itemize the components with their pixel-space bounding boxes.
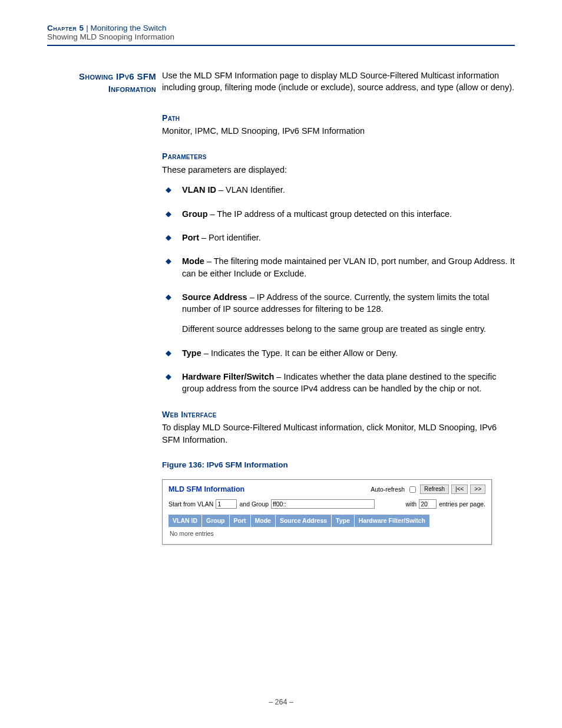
- side-heading-line2: Information: [108, 84, 156, 94]
- col-type: Type: [332, 515, 355, 527]
- param-term: Hardware Filter/Switch: [182, 372, 274, 381]
- parameters-intro: These parameters are displayed:: [162, 164, 515, 176]
- col-port: Port: [229, 515, 250, 527]
- web-interface-heading: Web Interface: [162, 409, 515, 421]
- param-term: VLAN ID: [182, 185, 216, 195]
- param-item: VLAN ID – VLAN Identifier.: [162, 184, 515, 196]
- entries-label: entries per page.: [439, 500, 485, 509]
- chapter-label: Chapter 5: [47, 24, 84, 32]
- parameters-heading: Parameters: [162, 151, 515, 163]
- entries-input[interactable]: [419, 499, 437, 509]
- param-desc: – Port identifier.: [199, 233, 261, 242]
- auto-refresh-checkbox[interactable]: [409, 486, 416, 493]
- start-vlan-input[interactable]: [216, 499, 237, 509]
- sfm-table: VLAN ID Group Port Mode Source Address T…: [168, 515, 429, 527]
- param-term: Type: [182, 348, 201, 358]
- group-label: and Group: [239, 500, 269, 509]
- param-desc: – VLAN Identifier.: [216, 185, 285, 195]
- param-desc: – The filtering mode maintained per VLAN…: [182, 256, 515, 278]
- group-input[interactable]: [271, 499, 375, 509]
- col-source-address: Source Address: [275, 515, 331, 527]
- parameters-list: VLAN ID – VLAN Identifier. Group – The I…: [162, 184, 515, 394]
- param-desc: – The IP address of a multicast group de…: [208, 209, 452, 219]
- param-item: Mode – The filtering mode maintained per…: [162, 255, 515, 279]
- param-item: Port – Port identifier.: [162, 232, 515, 243]
- param-term: Port: [182, 233, 199, 242]
- refresh-button[interactable]: Refresh: [420, 485, 449, 494]
- page-first-button[interactable]: |<<: [451, 485, 468, 494]
- side-heading-line1: Showing IPv6 SFM: [79, 71, 156, 81]
- param-desc: – Indicates the Type. It can be either A…: [201, 348, 398, 358]
- param-item: Type – Indicates the Type. It can be eit…: [162, 347, 515, 359]
- param-item: Hardware Filter/Switch – Indicates wheth…: [162, 371, 515, 395]
- web-interface-text: To display MLD Source-Filtered Multicast…: [162, 421, 515, 446]
- header-subtitle: Showing MLD Snooping Information: [47, 32, 515, 41]
- with-label: with: [406, 500, 417, 509]
- col-vlan-id: VLAN ID: [168, 515, 202, 527]
- param-item: Group – The IP address of a multicast gr…: [162, 208, 515, 220]
- header-rule: [47, 45, 515, 46]
- page-next-button[interactable]: >>: [470, 485, 485, 494]
- no-more-entries: No more entries: [168, 527, 485, 538]
- section-side-heading: Showing IPv6 SFM Information: [47, 70, 156, 95]
- col-group: Group: [202, 515, 230, 527]
- auto-refresh-label: Auto-refresh: [371, 485, 405, 494]
- param-term: Mode: [182, 256, 204, 266]
- header-title: Monitoring the Switch: [91, 24, 167, 32]
- header-sep: |: [84, 24, 91, 32]
- param-item: Source Address – IP Address of the sourc…: [162, 291, 515, 335]
- path-heading: Path: [162, 113, 515, 124]
- panel-title: MLD SFM Information: [168, 485, 244, 495]
- page-header: Chapter 5 | Monitoring the Switch Showin…: [47, 24, 515, 41]
- path-text: Monitor, IPMC, MLD Snooping, IPv6 SFM In…: [162, 125, 515, 137]
- intro-paragraph: Use the MLD SFM Information page to disp…: [162, 70, 515, 94]
- screenshot-panel: MLD SFM Information Auto-refresh Refresh…: [162, 479, 492, 545]
- figure-caption: Figure 136: IPv6 SFM Information: [162, 460, 515, 471]
- col-hw-filter: Hardware Filter/Switch: [354, 515, 429, 527]
- param-term: Group: [182, 209, 208, 219]
- param-term: Source Address: [182, 292, 247, 302]
- page-number: – 264 –: [47, 698, 515, 706]
- col-mode: Mode: [250, 515, 275, 527]
- start-vlan-label: Start from VLAN: [168, 500, 213, 509]
- param-extra: Different source addresses belong to the…: [182, 323, 515, 335]
